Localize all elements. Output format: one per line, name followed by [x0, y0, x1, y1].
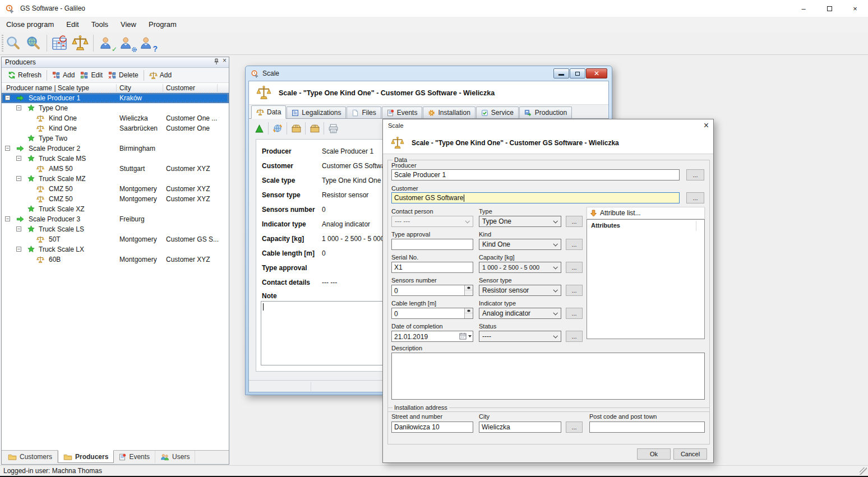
customer-browse-button[interactable]: ...	[686, 192, 704, 203]
attribute-list[interactable]: Attributes	[587, 219, 705, 339]
kind-browse-button[interactable]: ...	[566, 239, 583, 250]
package-icon[interactable]	[289, 122, 303, 135]
menu-view[interactable]: View	[114, 17, 142, 32]
delete-producer-button[interactable]: × Delete	[105, 70, 141, 80]
dialog-titlebar[interactable]: Scale ×	[383, 119, 713, 132]
add-scale-button[interactable]: Add	[146, 70, 174, 81]
cancel-button[interactable]: Cancel	[673, 448, 707, 460]
maximize-button[interactable]	[816, 0, 842, 17]
tab-service[interactable]: Service	[476, 106, 519, 118]
sensor-type-select[interactable]: Resistor sensor	[479, 285, 561, 296]
cable-length-stepper[interactable]: 0	[391, 308, 473, 319]
tab-events[interactable]: Events	[382, 106, 423, 118]
kind-select[interactable]: Kind One	[479, 239, 561, 250]
tab-production[interactable]: Production	[519, 106, 572, 118]
tree-row[interactable]: CMZ 50MontgomeryCustomer XYZ	[2, 194, 229, 204]
indicator-type-browse-button[interactable]: ...	[566, 308, 583, 319]
customer-input[interactable]: Customer GS Software	[391, 192, 680, 203]
globe-sync-icon[interactable]	[271, 122, 284, 135]
expander-icon[interactable]: −	[5, 216, 10, 221]
column-city[interactable]: City	[119, 84, 131, 92]
type-browse-button[interactable]: ...	[566, 216, 583, 227]
tree-row[interactable]: 50TMontgomeryCustomer GS S...	[2, 234, 229, 244]
producers-tree[interactable]: −Scale Producer 1Kraków−Type OneKind One…	[2, 93, 229, 450]
install-city-input[interactable]: Wieliczka	[479, 422, 561, 433]
type-select[interactable]: Type One	[479, 216, 561, 227]
tree-row[interactable]: 60BMontgomeryCustomer XYZ	[2, 254, 229, 265]
pin-icon[interactable]	[214, 58, 219, 65]
tree-row[interactable]: −Scale Producer 3Freiburg	[2, 214, 229, 224]
type-approval-input[interactable]	[391, 239, 473, 250]
date-of-completion-picker[interactable]: 21.01.2019	[391, 331, 473, 342]
tree-row[interactable]: CMZ 50MontgomeryCustomer XYZ	[2, 184, 229, 194]
menu-edit[interactable]: Edit	[60, 17, 85, 32]
spin-down-icon[interactable]	[465, 308, 473, 313]
expander-icon[interactable]: −	[5, 146, 10, 151]
package-icon[interactable]	[308, 122, 321, 135]
add-producer-button[interactable]: + Add	[49, 70, 77, 80]
column-producer-scale[interactable]: Producer name | Scale type	[6, 84, 89, 92]
tree-row[interactable]: AMS 50StuttgartCustomer XYZ	[2, 164, 229, 174]
world-search-icon[interactable]	[24, 34, 43, 52]
expander-icon[interactable]: −	[5, 95, 10, 100]
expander-icon[interactable]: −	[16, 226, 21, 231]
tab-events[interactable]: Events	[114, 451, 155, 463]
menu-close-program[interactable]: Close program	[0, 17, 60, 32]
tab-installation[interactable]: Installation	[423, 106, 475, 118]
close-button[interactable]: ✕	[586, 68, 607, 78]
spin-down-icon[interactable]	[465, 285, 473, 290]
panel-close-icon[interactable]: ×	[223, 57, 227, 65]
expander-icon[interactable]: −	[16, 105, 21, 110]
expander-icon[interactable]: −	[16, 156, 21, 161]
tree-row[interactable]: −Truck Scale MZ	[2, 174, 229, 184]
tree-row[interactable]: −Truck Scale MS	[2, 154, 229, 164]
maximize-button[interactable]	[570, 68, 585, 78]
producer-input[interactable]: Scale Producer 1	[391, 169, 680, 180]
resize-grip[interactable]	[860, 467, 867, 475]
expander-icon[interactable]: −	[16, 247, 21, 252]
tab-producers[interactable]: Producers	[58, 450, 114, 463]
install-city-browse-button[interactable]: ...	[566, 422, 583, 433]
tab-data[interactable]: Data	[251, 105, 286, 119]
sensors-number-stepper[interactable]: 0	[391, 285, 473, 296]
tree-row[interactable]: −Truck Scale LS	[2, 224, 229, 234]
ok-button[interactable]: Ok	[637, 448, 671, 460]
menu-tools[interactable]: Tools	[85, 17, 114, 32]
minimize-button[interactable]: –	[791, 0, 816, 17]
search-icon[interactable]	[4, 34, 23, 52]
sensor-type-browse-button[interactable]: ...	[566, 285, 583, 296]
user-settings-icon[interactable]	[117, 34, 136, 52]
refresh-button[interactable]: Refresh	[5, 70, 44, 80]
attribute-list-button[interactable]: Attribute list...	[587, 207, 705, 219]
edit-producer-button[interactable]: Edit	[77, 70, 105, 80]
tree-row[interactable]: Kind OneSaarbrückenCustomer One	[2, 123, 229, 133]
user-help-icon[interactable]: ?	[137, 34, 156, 52]
tree-row[interactable]: Truck Scale XZ	[2, 204, 229, 214]
tab-legalizations[interactable]: Legalizations	[287, 106, 346, 118]
producer-browse-button[interactable]: ...	[686, 169, 704, 180]
postcode-input[interactable]	[589, 422, 705, 433]
tree-row[interactable]: −Type One	[2, 103, 229, 113]
tree-row[interactable]: Type Two	[2, 133, 229, 143]
tab-files[interactable]: Files	[347, 106, 381, 118]
status-select[interactable]: ----	[479, 331, 561, 342]
attributes-column-header[interactable]: Attributes	[591, 222, 620, 229]
serial-no-input[interactable]: X1	[391, 262, 473, 273]
status-browse-button[interactable]: ...	[566, 331, 583, 342]
print-icon[interactable]	[326, 122, 340, 135]
close-button[interactable]: ×	[842, 0, 868, 17]
street-input[interactable]: Daniłowicza 10	[391, 422, 473, 433]
tab-customers[interactable]: Customers	[3, 451, 58, 463]
tree-row[interactable]: Kind OneWieliczkaCustomer One ...	[2, 113, 229, 123]
tab-users[interactable]: Users	[155, 451, 195, 463]
indicator-type-select[interactable]: Analog indicator	[479, 308, 561, 319]
description-input[interactable]	[391, 353, 705, 400]
menu-program[interactable]: Program	[142, 17, 183, 32]
capacity-browse-button[interactable]: ...	[566, 262, 583, 273]
scale-window-titlebar[interactable]: Scale ▬ ✕	[248, 66, 609, 81]
minimize-button[interactable]: ▬	[553, 68, 569, 78]
tree-row[interactable]: −Truck Scale LX	[2, 244, 229, 254]
expander-icon[interactable]: −	[16, 176, 21, 181]
tree-row[interactable]: −Scale Producer 1Kraków	[2, 93, 229, 103]
scale-icon[interactable]	[71, 34, 90, 52]
